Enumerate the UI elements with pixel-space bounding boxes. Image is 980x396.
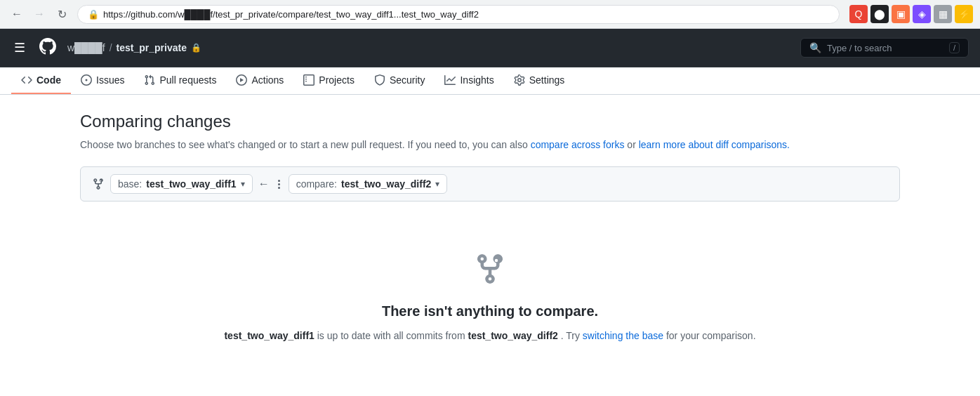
nav-pull-requests[interactable]: Pull requests <box>134 67 226 94</box>
watermark: CSDN @石头wang <box>0 389 980 396</box>
empty-state-description: test_two_way_diff1 is up to date with al… <box>80 328 900 343</box>
learn-more-link[interactable]: learn more about diff comparisons. <box>639 139 790 150</box>
empty-state: There isn't anything to compare. test_tw… <box>80 224 900 371</box>
nav-code[interactable]: Code <box>11 67 71 94</box>
ellipsis-button[interactable] <box>275 178 283 190</box>
ext-icon-2[interactable]: ⬤ <box>870 5 889 23</box>
github-header: ☰ w████f / test_pr_private 🔒 🔍 Type / to… <box>0 29 980 67</box>
code-icon <box>21 74 32 86</box>
compare-desc-text: Choose two branches to see what's change… <box>80 139 528 150</box>
global-search[interactable]: 🔍 Type / to search / <box>800 38 969 58</box>
lock-icon: 🔒 <box>88 9 99 20</box>
browser-nav-buttons: ← → ↻ <box>7 4 72 24</box>
compare-desc-connector: or <box>627 139 638 150</box>
nav-actions[interactable]: Actions <box>226 67 293 94</box>
nav-code-label: Code <box>37 74 61 86</box>
nav-security-label: Security <box>390 74 425 86</box>
search-placeholder: Type / to search <box>827 43 892 53</box>
empty-state-icon <box>80 252 900 292</box>
nav-insights-label: Insights <box>460 74 494 86</box>
base-branch-dropdown[interactable]: base: test_two_way_diff1 ▾ <box>110 174 253 194</box>
empty-final-text: for your comparison. <box>666 330 756 341</box>
browser-extensions: Q ⬤ ▣ ◈ ▦ ⚡ <box>849 5 973 23</box>
ext-icon-4[interactable]: ◈ <box>913 5 931 23</box>
compare-description: Choose two branches to see what's change… <box>80 137 900 152</box>
repo-lock-icon: 🔒 <box>191 43 201 53</box>
nav-pr-label: Pull requests <box>159 74 216 86</box>
ext-icon-5[interactable]: ▦ <box>934 5 952 23</box>
switching-base-link[interactable]: switching the base <box>583 330 663 341</box>
nav-settings[interactable]: Settings <box>504 67 575 94</box>
empty-end-text: . Try <box>561 330 583 341</box>
back-button[interactable]: ← <box>7 4 27 24</box>
pull-request-icon <box>144 74 155 86</box>
base-dropdown-chevron: ▾ <box>241 179 245 189</box>
reload-button[interactable]: ↻ <box>52 4 72 24</box>
issues-icon <box>81 74 92 86</box>
settings-icon <box>514 74 525 86</box>
hamburger-button[interactable]: ☰ <box>11 37 28 58</box>
compare-across-forks-link[interactable]: compare across forks <box>531 139 625 150</box>
insights-icon <box>444 74 456 86</box>
actions-icon <box>236 74 247 86</box>
arrow-left-icon: ← <box>258 178 270 190</box>
nav-projects-label: Projects <box>319 74 355 86</box>
nav-issues[interactable]: Issues <box>71 67 134 94</box>
base-branch-name: test_two_way_diff1 <box>146 178 236 190</box>
projects-icon <box>303 74 314 86</box>
breadcrumb-repo[interactable]: test_pr_private <box>117 42 187 53</box>
security-icon <box>374 74 385 86</box>
ellipsis-dot-2 <box>278 183 280 185</box>
nav-issues-label: Issues <box>96 74 124 86</box>
ext-icon-3[interactable]: ▣ <box>892 5 910 23</box>
forward-button[interactable]: → <box>29 4 49 24</box>
empty-branch1: test_two_way_diff1 <box>224 330 314 341</box>
nav-security[interactable]: Security <box>364 67 435 94</box>
breadcrumb: w████f / test_pr_private 🔒 <box>67 42 201 53</box>
browser-chrome: ← → ↻ 🔒 https://github.com/w████f/test_p… <box>0 0 980 29</box>
ellipsis-dot-3 <box>278 187 280 189</box>
breadcrumb-username[interactable]: w████f <box>67 42 105 53</box>
compare-branch-dropdown[interactable]: compare: test_two_way_diff2 ▾ <box>289 174 448 194</box>
compare-dropdown-chevron: ▾ <box>435 179 439 189</box>
repo-navigation: Code Issues Pull requests Actions <box>0 67 980 95</box>
branch-selector-row: base: test_two_way_diff1 ▾ ← compare: te… <box>80 166 900 202</box>
url-text: https://github.com/w████f/test_pr_privat… <box>103 9 479 20</box>
nav-insights[interactable]: Insights <box>435 67 503 94</box>
compare-arrows-icon <box>92 178 105 190</box>
ext-icon-1[interactable]: Q <box>849 5 868 23</box>
page-title: Comparing changes <box>80 112 900 131</box>
address-bar[interactable]: 🔒 https://github.com/w████f/test_pr_priv… <box>77 5 840 24</box>
nav-actions-label: Actions <box>251 74 284 86</box>
empty-state-title: There isn't anything to compare. <box>80 303 900 319</box>
nav-settings-label: Settings <box>529 74 565 86</box>
search-shortcut: / <box>949 42 960 53</box>
nav-projects[interactable]: Projects <box>293 67 364 94</box>
search-icon: 🔍 <box>809 42 821 53</box>
empty-middle-text: is up to date with all commits from <box>317 330 468 341</box>
github-logo <box>39 38 56 58</box>
breadcrumb-separator: / <box>110 42 112 53</box>
empty-branch2: test_two_way_diff2 <box>468 330 557 341</box>
base-label: base: <box>118 178 142 190</box>
compare-branch-name: test_two_way_diff2 <box>341 178 431 190</box>
ext-icon-6[interactable]: ⚡ <box>955 5 973 23</box>
compare-label: compare: <box>296 178 337 190</box>
ellipsis-dot-1 <box>278 180 280 182</box>
main-content: Comparing changes Choose two branches to… <box>69 95 911 389</box>
